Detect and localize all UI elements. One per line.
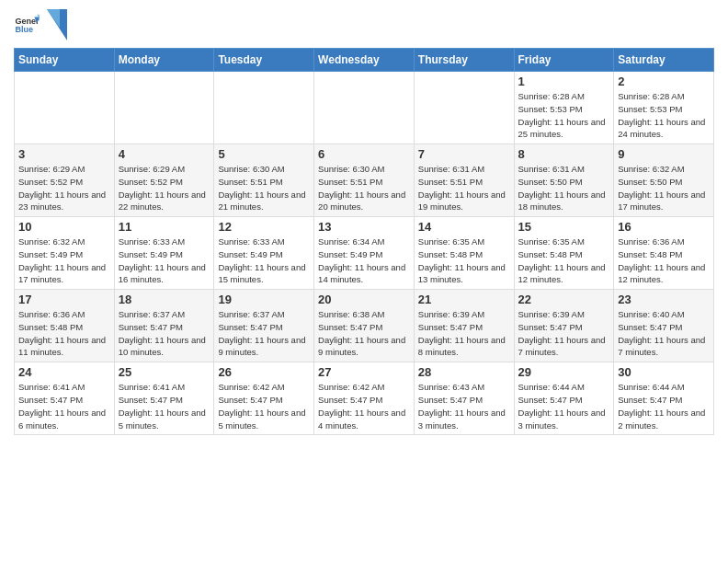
day-number: 29 [518, 365, 610, 379]
weekday-header-saturday: Saturday [614, 49, 714, 72]
weekday-header-sunday: Sunday [15, 49, 115, 72]
calendar-cell: 3Sunrise: 6:29 AM Sunset: 5:52 PM Daylig… [15, 144, 115, 217]
weekday-header-friday: Friday [514, 49, 614, 72]
calendar-cell [214, 72, 314, 144]
day-detail: Sunrise: 6:29 AM Sunset: 5:52 PM Dayligh… [119, 163, 210, 213]
header: General Blue [14, 9, 714, 40]
day-detail: Sunrise: 6:31 AM Sunset: 5:50 PM Dayligh… [518, 163, 610, 213]
day-detail: Sunrise: 6:42 AM Sunset: 5:47 PM Dayligh… [318, 381, 410, 431]
day-detail: Sunrise: 6:31 AM Sunset: 5:51 PM Dayligh… [418, 163, 510, 213]
day-detail: Sunrise: 6:42 AM Sunset: 5:47 PM Dayligh… [218, 381, 310, 431]
calendar-cell: 20Sunrise: 6:38 AM Sunset: 5:47 PM Dayli… [314, 290, 415, 362]
day-detail: Sunrise: 6:41 AM Sunset: 5:47 PM Dayligh… [18, 381, 110, 431]
day-detail: Sunrise: 6:39 AM Sunset: 5:47 PM Dayligh… [418, 308, 510, 359]
day-number: 6 [318, 147, 410, 161]
calendar-cell: 23Sunrise: 6:40 AM Sunset: 5:47 PM Dayli… [614, 290, 714, 362]
calendar-cell: 14Sunrise: 6:35 AM Sunset: 5:48 PM Dayli… [414, 217, 514, 290]
day-number: 14 [418, 220, 510, 234]
calendar-cell: 9Sunrise: 6:32 AM Sunset: 5:50 PM Daylig… [614, 144, 714, 217]
calendar-cell: 11Sunrise: 6:33 AM Sunset: 5:49 PM Dayli… [114, 217, 214, 290]
calendar-cell: 7Sunrise: 6:31 AM Sunset: 5:51 PM Daylig… [414, 144, 514, 217]
calendar-cell: 27Sunrise: 6:42 AM Sunset: 5:47 PM Dayli… [314, 362, 415, 435]
calendar-cell [114, 72, 214, 144]
svg-text:Blue: Blue [15, 25, 33, 34]
day-detail: Sunrise: 6:44 AM Sunset: 5:47 PM Dayligh… [618, 381, 710, 431]
logo-arrow-icon [47, 9, 67, 40]
weekday-header-wednesday: Wednesday [314, 49, 415, 72]
day-number: 15 [518, 220, 610, 234]
day-number: 7 [418, 147, 510, 161]
weekday-header-tuesday: Tuesday [214, 49, 314, 72]
day-number: 4 [119, 147, 210, 161]
logo-icon: General Blue [14, 12, 40, 38]
day-number: 8 [518, 147, 610, 161]
day-detail: Sunrise: 6:41 AM Sunset: 5:47 PM Dayligh… [119, 381, 210, 431]
day-number: 19 [218, 293, 310, 306]
calendar-week-row: 1Sunrise: 6:28 AM Sunset: 5:53 PM Daylig… [15, 72, 714, 144]
page-container: General Blue SundayMondayTuesdayWednesda… [0, 0, 728, 444]
calendar-cell: 8Sunrise: 6:31 AM Sunset: 5:50 PM Daylig… [514, 144, 614, 217]
day-detail: Sunrise: 6:39 AM Sunset: 5:47 PM Dayligh… [518, 308, 610, 359]
day-detail: Sunrise: 6:43 AM Sunset: 5:47 PM Dayligh… [418, 381, 510, 431]
day-number: 16 [618, 220, 710, 234]
calendar-cell [414, 72, 514, 144]
calendar-cell: 18Sunrise: 6:37 AM Sunset: 5:47 PM Dayli… [114, 290, 214, 362]
day-detail: Sunrise: 6:37 AM Sunset: 5:47 PM Dayligh… [218, 308, 310, 359]
weekday-header-monday: Monday [114, 49, 214, 72]
calendar-cell: 15Sunrise: 6:35 AM Sunset: 5:48 PM Dayli… [514, 217, 614, 290]
day-number: 9 [618, 147, 710, 161]
calendar-cell: 29Sunrise: 6:44 AM Sunset: 5:47 PM Dayli… [514, 362, 614, 435]
day-number: 22 [518, 293, 610, 306]
day-number: 3 [18, 147, 110, 161]
calendar-cell: 24Sunrise: 6:41 AM Sunset: 5:47 PM Dayli… [15, 362, 115, 435]
calendar-cell: 1Sunrise: 6:28 AM Sunset: 5:53 PM Daylig… [514, 72, 614, 144]
calendar-cell [314, 72, 415, 144]
calendar-cell: 26Sunrise: 6:42 AM Sunset: 5:47 PM Dayli… [214, 362, 314, 435]
calendar-cell: 30Sunrise: 6:44 AM Sunset: 5:47 PM Dayli… [614, 362, 714, 435]
day-detail: Sunrise: 6:40 AM Sunset: 5:47 PM Dayligh… [618, 308, 710, 359]
day-number: 23 [618, 293, 710, 306]
day-number: 28 [418, 365, 510, 379]
day-number: 11 [119, 220, 210, 234]
calendar-table: SundayMondayTuesdayWednesdayThursdayFrid… [14, 48, 714, 435]
calendar-week-row: 3Sunrise: 6:29 AM Sunset: 5:52 PM Daylig… [15, 144, 714, 217]
calendar-header-row: SundayMondayTuesdayWednesdayThursdayFrid… [15, 49, 714, 72]
day-number: 20 [318, 293, 410, 306]
day-detail: Sunrise: 6:30 AM Sunset: 5:51 PM Dayligh… [318, 163, 410, 213]
day-detail: Sunrise: 6:28 AM Sunset: 5:53 PM Dayligh… [518, 90, 610, 141]
day-number: 18 [119, 293, 210, 306]
calendar-cell: 16Sunrise: 6:36 AM Sunset: 5:48 PM Dayli… [614, 217, 714, 290]
calendar-week-row: 10Sunrise: 6:32 AM Sunset: 5:49 PM Dayli… [15, 217, 714, 290]
calendar-cell: 21Sunrise: 6:39 AM Sunset: 5:47 PM Dayli… [414, 290, 514, 362]
day-number: 12 [218, 220, 310, 234]
weekday-header-thursday: Thursday [414, 49, 514, 72]
day-detail: Sunrise: 6:33 AM Sunset: 5:49 PM Dayligh… [218, 236, 310, 286]
day-detail: Sunrise: 6:32 AM Sunset: 5:49 PM Dayligh… [18, 236, 110, 286]
calendar-cell: 17Sunrise: 6:36 AM Sunset: 5:48 PM Dayli… [15, 290, 115, 362]
day-detail: Sunrise: 6:44 AM Sunset: 5:47 PM Dayligh… [518, 381, 610, 431]
day-number: 13 [318, 220, 410, 234]
day-number: 26 [218, 365, 310, 379]
day-detail: Sunrise: 6:37 AM Sunset: 5:47 PM Dayligh… [119, 308, 210, 359]
calendar-cell: 25Sunrise: 6:41 AM Sunset: 5:47 PM Dayli… [114, 362, 214, 435]
day-number: 27 [318, 365, 410, 379]
calendar-week-row: 24Sunrise: 6:41 AM Sunset: 5:47 PM Dayli… [15, 362, 714, 435]
calendar-cell: 2Sunrise: 6:28 AM Sunset: 5:53 PM Daylig… [614, 72, 714, 144]
day-detail: Sunrise: 6:33 AM Sunset: 5:49 PM Dayligh… [119, 236, 210, 286]
day-number: 2 [618, 75, 710, 88]
day-detail: Sunrise: 6:36 AM Sunset: 5:48 PM Dayligh… [618, 236, 710, 286]
calendar-cell: 22Sunrise: 6:39 AM Sunset: 5:47 PM Dayli… [514, 290, 614, 362]
day-number: 1 [518, 75, 610, 88]
day-number: 24 [18, 365, 110, 379]
day-number: 30 [618, 365, 710, 379]
day-detail: Sunrise: 6:35 AM Sunset: 5:48 PM Dayligh… [518, 236, 610, 286]
calendar-cell: 19Sunrise: 6:37 AM Sunset: 5:47 PM Dayli… [214, 290, 314, 362]
calendar-cell: 12Sunrise: 6:33 AM Sunset: 5:49 PM Dayli… [214, 217, 314, 290]
calendar-week-row: 17Sunrise: 6:36 AM Sunset: 5:48 PM Dayli… [15, 290, 714, 362]
day-detail: Sunrise: 6:30 AM Sunset: 5:51 PM Dayligh… [218, 163, 310, 213]
day-number: 10 [18, 220, 110, 234]
day-detail: Sunrise: 6:29 AM Sunset: 5:52 PM Dayligh… [18, 163, 110, 213]
day-detail: Sunrise: 6:32 AM Sunset: 5:50 PM Dayligh… [618, 163, 710, 213]
calendar-cell: 6Sunrise: 6:30 AM Sunset: 5:51 PM Daylig… [314, 144, 415, 217]
day-number: 21 [418, 293, 510, 306]
